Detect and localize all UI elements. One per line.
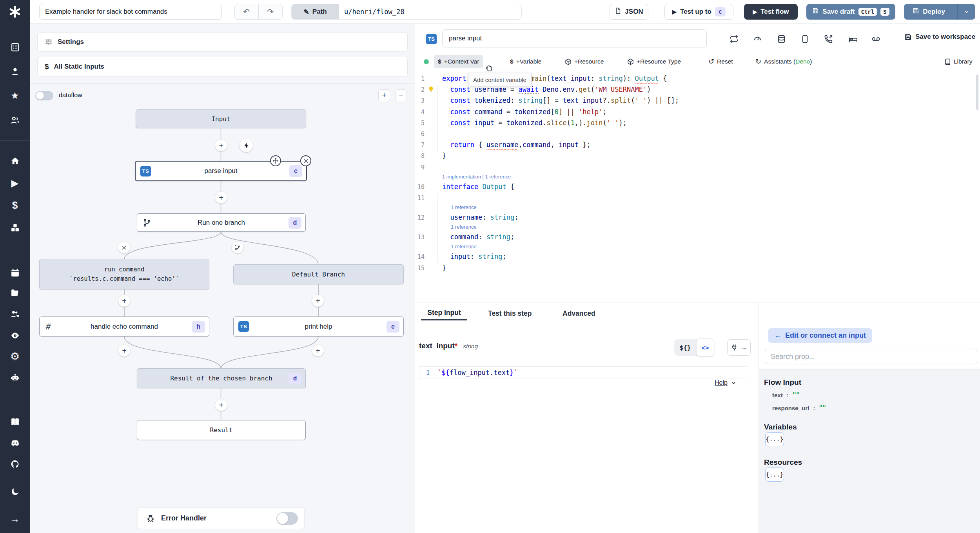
test-flow-button[interactable]: ▶ Test flow	[744, 4, 798, 20]
tab-advanced[interactable]: Advanced	[563, 306, 595, 320]
node-run-one-branch[interactable]: Run one branch d	[137, 213, 306, 232]
editor-scrollbar[interactable]	[976, 75, 978, 110]
field-name: text_input	[419, 342, 455, 350]
add-step-button[interactable]: +	[215, 399, 227, 411]
refresh-icon: ↻	[755, 57, 761, 66]
schedules-icon[interactable]	[7, 265, 23, 280]
node-result[interactable]: Result	[137, 420, 306, 440]
field-header: text_input*string	[419, 342, 478, 350]
edit-or-connect-button[interactable]: ← Edit or connect an input	[768, 328, 872, 343]
folders-icon[interactable]	[7, 285, 23, 300]
node-label: Result	[210, 426, 233, 434]
codelens-link[interactable]: 1 reference	[415, 203, 976, 212]
close-icon	[303, 158, 309, 164]
save-draft-button[interactable]: Save draft Ctrl S	[806, 4, 895, 20]
repeat-icon[interactable]	[728, 33, 740, 45]
add-variable-button[interactable]: $ +Variable	[506, 55, 545, 68]
json-button[interactable]: JSON	[610, 4, 648, 20]
node-default-branch[interactable]: Default Branch	[233, 264, 404, 284]
move-step-button[interactable]	[270, 155, 281, 166]
add-branch-button[interactable]	[232, 242, 243, 253]
add-step-button[interactable]: +	[312, 295, 324, 307]
error-handler-card[interactable]: Error Handler	[138, 508, 305, 529]
lightbulb-icon[interactable]	[428, 86, 434, 93]
delete-step-button[interactable]	[300, 155, 311, 166]
robot-icon[interactable]	[7, 370, 23, 386]
user-icon[interactable]	[7, 64, 23, 79]
node-parse-input[interactable]: TS parse input c	[135, 161, 307, 181]
error-handler-toggle[interactable]	[276, 512, 298, 525]
undo-button[interactable]: ↶	[235, 4, 259, 19]
static-mode-button[interactable]: ${}	[674, 344, 696, 351]
variables-icon[interactable]: $	[7, 197, 23, 213]
save-to-workspace-button[interactable]: Save to workspace	[904, 33, 975, 41]
home-icon[interactable]	[7, 153, 23, 169]
runs-icon[interactable]: ▶	[7, 175, 23, 191]
path-input[interactable]	[339, 4, 521, 19]
resources-object-button[interactable]: {...}	[765, 468, 784, 482]
docs-icon[interactable]	[7, 414, 23, 429]
github-icon[interactable]	[7, 456, 23, 472]
deploy-button[interactable]: Deploy	[904, 4, 954, 20]
bed-icon[interactable]	[847, 33, 859, 45]
expression-editor[interactable]: 1 `${flow_input.text}`	[419, 366, 747, 378]
redo-button[interactable]: ↷	[259, 4, 283, 19]
trigger-bolt-button[interactable]	[240, 139, 253, 152]
add-resource-button[interactable]: +Resource	[561, 55, 608, 68]
reset-button[interactable]: ↺ Reset	[704, 55, 737, 68]
node-run-command-branch[interactable]: run command `results.c.command === 'echo…	[39, 259, 209, 289]
chevron-down-icon	[964, 9, 970, 15]
add-step-button[interactable]: +	[118, 345, 130, 357]
expr-mode-button[interactable]: <>	[696, 338, 714, 357]
variables-object-button[interactable]: {...}	[765, 432, 784, 446]
users-icon[interactable]	[7, 112, 23, 128]
library-button[interactable]: Library	[940, 55, 976, 68]
code-editor[interactable]: 1export async function main(text_input: …	[415, 73, 976, 273]
node-print-help[interactable]: TS print help e	[233, 317, 404, 337]
node-input[interactable]: Input	[136, 109, 306, 128]
discord-icon[interactable]	[7, 435, 23, 451]
prop-search-input[interactable]	[765, 349, 977, 364]
add-context-var-button[interactable]: $ +Context Var	[434, 55, 483, 68]
prop-text[interactable]: text:""	[772, 391, 800, 398]
connect-input-panel: ← Edit or connect an input Flow Input te…	[759, 302, 980, 533]
tab-test-this-step[interactable]: Test this step	[488, 306, 532, 320]
dark-mode-icon[interactable]	[7, 484, 23, 499]
groups-icon[interactable]	[7, 306, 23, 322]
phone-incoming-icon[interactable]	[822, 33, 834, 45]
flow-title-input[interactable]	[39, 4, 222, 20]
workspace-icon[interactable]	[7, 39, 23, 55]
input-mode-toggle: ${} <>	[674, 339, 713, 356]
step-name-input[interactable]	[442, 29, 707, 47]
codelens-link[interactable]: 1 implementation | 1 reference	[415, 173, 976, 181]
window-icon[interactable]	[799, 33, 811, 45]
node-handle-echo-command[interactable]: # handle echo command h	[39, 317, 209, 337]
add-step-button[interactable]: +	[118, 295, 130, 307]
add-step-button[interactable]: +	[215, 140, 227, 151]
test-up-to-button[interactable]: ▶ Test up to c	[664, 4, 733, 20]
add-step-button[interactable]: +	[215, 192, 227, 204]
voicemail-icon[interactable]	[870, 33, 882, 45]
prop-response-url[interactable]: response_url:""	[772, 404, 826, 411]
star-icon[interactable]: ★	[7, 88, 23, 104]
tab-step-input[interactable]: Step Input	[421, 306, 467, 320]
add-resource-type-button[interactable]: +Resource Type	[623, 55, 685, 68]
resources-icon[interactable]	[7, 220, 23, 235]
help-link[interactable]: Help	[715, 379, 737, 386]
node-branch-result[interactable]: Result of the chosen branch d	[137, 368, 306, 388]
settings-gear-icon[interactable]: ⚙	[7, 349, 23, 364]
remove-branch-button[interactable]	[118, 242, 130, 253]
codelens-link[interactable]: 1 reference	[415, 242, 976, 251]
audit-icon[interactable]	[7, 327, 23, 343]
database-icon[interactable]	[775, 33, 787, 45]
expand-sidebar-icon[interactable]: →	[7, 511, 23, 527]
deploy-dropdown-button[interactable]	[957, 4, 975, 20]
codelens-link[interactable]: 1 reference	[415, 223, 976, 231]
add-step-button[interactable]: +	[312, 345, 324, 357]
gauge-icon[interactable]	[751, 33, 763, 45]
path-chip[interactable]: ✎ Path	[292, 4, 339, 19]
node-label: print help	[305, 323, 332, 331]
windmill-logo[interactable]	[5, 3, 24, 20]
connect-input-button[interactable]: →	[727, 339, 751, 356]
assistants-button[interactable]: ↻ Assistants (Deno)	[751, 55, 816, 68]
